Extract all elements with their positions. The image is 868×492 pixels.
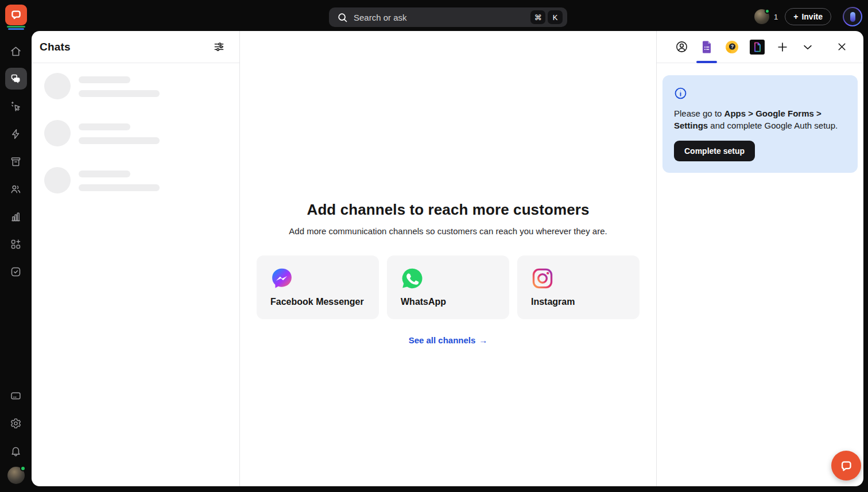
facebook-messenger-icon xyxy=(270,267,293,290)
sidebar-item-notifications[interactable] xyxy=(5,440,27,462)
chats-list-panel: Chats xyxy=(32,31,240,486)
see-all-channels-link[interactable]: See all channels → xyxy=(409,335,488,345)
main-area: Add channels to reach more customers Add… xyxy=(240,31,656,486)
channel-card-facebook-messenger[interactable]: Facebook Messenger xyxy=(257,255,379,319)
one-assistant-icon xyxy=(850,12,855,22)
livechat-widget-button[interactable] xyxy=(831,451,861,481)
skeleton-chat-item xyxy=(44,73,239,99)
agents-avatar[interactable] xyxy=(754,9,769,24)
sidebar-item-billing[interactable] xyxy=(5,385,27,406)
shortcut-k-badge: K xyxy=(548,10,563,24)
tab-customer-details[interactable] xyxy=(669,31,694,63)
one-assistant-button[interactable] xyxy=(843,7,862,26)
close-panel-button[interactable] xyxy=(832,37,851,57)
whatsapp-icon xyxy=(401,267,424,290)
search-placeholder: Search or ask xyxy=(354,13,528,22)
customer-details-icon xyxy=(675,40,688,53)
sidebar-item-tasks[interactable] xyxy=(5,261,27,282)
app-content: Chats Add channels to reach more custome… xyxy=(32,31,863,486)
skeleton-chat-item xyxy=(44,167,239,193)
info-icon xyxy=(674,87,687,100)
close-icon xyxy=(836,41,848,53)
google-forms-icon xyxy=(700,40,713,54)
complete-setup-button[interactable]: Complete setup xyxy=(674,141,755,161)
sidebar-item-chats[interactable] xyxy=(5,68,27,90)
chevron-down-icon xyxy=(801,41,814,53)
filters-icon xyxy=(214,41,224,52)
help-app-icon: ? xyxy=(725,40,739,54)
global-search-input[interactable]: Search or ask ⌘ K xyxy=(329,7,567,27)
agents-online-count: 1 xyxy=(774,13,778,21)
empty-state-heading: Add channels to reach more customers xyxy=(307,201,590,219)
chats-loading-skeletons xyxy=(32,63,239,214)
sidebar-item-ai-copilot[interactable] xyxy=(5,95,27,117)
search-icon xyxy=(337,12,348,23)
channel-label: Instagram xyxy=(531,297,626,307)
arrow-right-icon: → xyxy=(479,335,487,345)
channel-label: WhatsApp xyxy=(401,297,495,307)
plus-icon: + xyxy=(793,12,798,21)
channel-label: Facebook Messenger xyxy=(270,297,365,307)
logo-green-stripe xyxy=(7,26,25,28)
chats-filter-button[interactable] xyxy=(211,39,227,55)
sidebar-item-archives[interactable] xyxy=(5,150,27,172)
right-detail-panel: ? xyxy=(656,31,863,486)
channel-card-whatsapp[interactable]: WhatsApp xyxy=(387,255,509,319)
plus-icon xyxy=(776,41,789,53)
sidebar-item-home[interactable] xyxy=(5,40,27,62)
chat-bubble-icon xyxy=(838,457,855,474)
sidebar-item-automation[interactable] xyxy=(5,123,27,145)
user-status-dot xyxy=(20,466,26,471)
collapse-panel-button[interactable] xyxy=(795,31,820,63)
sidebar-item-team[interactable] xyxy=(5,178,27,200)
logo-blue-stripe xyxy=(8,28,24,30)
channel-cards: Facebook Messenger WhatsApp Instagram xyxy=(257,255,640,319)
detail-tabbar: ? xyxy=(657,31,863,63)
livechat-logo[interactable] xyxy=(5,5,27,30)
invite-button[interactable]: + Invite xyxy=(785,8,831,25)
tab-google-forms[interactable] xyxy=(694,31,719,63)
svg-text:?: ? xyxy=(731,44,734,49)
online-status-dot xyxy=(765,9,770,14)
shortcut-cmd-badge: ⌘ xyxy=(530,10,545,24)
google-forms-setup-notice: Please go to Apps > Google Forms > Setti… xyxy=(662,75,858,173)
sidebar-item-settings[interactable] xyxy=(5,412,27,434)
notice-text: Please go to Apps > Google Forms > Setti… xyxy=(674,107,846,131)
instagram-icon xyxy=(531,267,554,290)
tab-docs-app[interactable] xyxy=(745,31,770,63)
chats-panel-title: Chats xyxy=(40,41,71,53)
tab-help-app[interactable]: ? xyxy=(719,31,745,63)
empty-state-subheading: Add more communication channels so custo… xyxy=(289,226,607,236)
add-widget-button[interactable] xyxy=(770,31,795,63)
top-bar: Search or ask ⌘ K 1 + Invite xyxy=(0,0,868,31)
channel-card-instagram[interactable]: Instagram xyxy=(517,255,640,319)
docs-app-icon xyxy=(750,40,765,55)
skeleton-chat-item xyxy=(44,120,239,146)
sidebar-item-reports[interactable] xyxy=(5,206,27,227)
user-avatar[interactable] xyxy=(7,467,25,484)
app-sidebar xyxy=(0,0,32,492)
sidebar-item-apps[interactable] xyxy=(5,233,27,255)
